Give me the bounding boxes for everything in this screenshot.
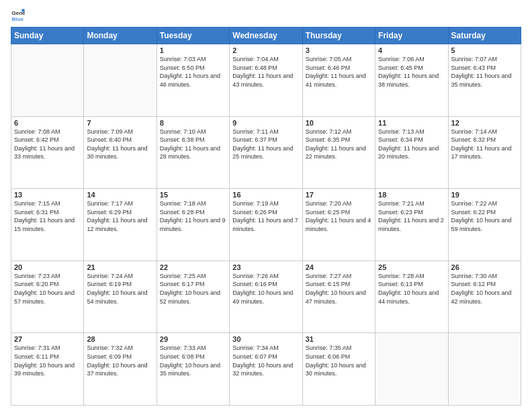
day-number: 18: [378, 191, 445, 199]
calendar-cell: [84, 44, 157, 117]
day-number: 22: [160, 263, 226, 271]
calendar-cell: 20Sunrise: 7:23 AMSunset: 6:20 PMDayligh…: [11, 261, 84, 333]
calendar-cell: 25Sunrise: 7:28 AMSunset: 6:13 PMDayligh…: [375, 261, 448, 333]
day-info: Sunrise: 7:32 AMSunset: 6:09 PMDaylight:…: [87, 344, 153, 377]
day-info: Sunrise: 7:26 AMSunset: 6:16 PMDaylight:…: [232, 272, 299, 306]
day-info: Sunrise: 7:07 AMSunset: 6:43 PMDaylight:…: [451, 55, 518, 89]
day-number: 21: [87, 263, 153, 271]
day-number: 19: [451, 191, 518, 199]
calendar-cell: 19Sunrise: 7:22 AMSunset: 6:22 PMDayligh…: [448, 189, 521, 261]
svg-text:Blue: Blue: [11, 16, 24, 22]
day-info: Sunrise: 7:18 AMSunset: 6:28 PMDaylight:…: [160, 199, 226, 233]
logo-icon: General Blue: [11, 8, 26, 23]
day-number: 25: [378, 263, 445, 271]
day-info: Sunrise: 7:33 AMSunset: 6:08 PMDaylight:…: [160, 344, 226, 377]
calendar-day-header: Friday: [375, 28, 448, 44]
day-number: 8: [160, 119, 226, 127]
day-info: Sunrise: 7:13 AMSunset: 6:34 PMDaylight:…: [378, 128, 445, 161]
day-number: 6: [14, 119, 81, 127]
calendar-day-header: Sunday: [11, 28, 84, 44]
day-number: 24: [306, 263, 372, 271]
day-number: 29: [160, 335, 226, 343]
day-info: Sunrise: 7:17 AMSunset: 6:29 PMDaylight:…: [87, 199, 153, 233]
day-number: 28: [87, 335, 153, 343]
day-number: 15: [160, 191, 226, 199]
calendar-day-header: Tuesday: [157, 28, 229, 44]
calendar-cell: 28Sunrise: 7:32 AMSunset: 6:09 PMDayligh…: [84, 333, 157, 406]
calendar-cell: 9Sunrise: 7:11 AMSunset: 6:37 PMDaylight…: [230, 116, 302, 189]
calendar-cell: 4Sunrise: 7:06 AMSunset: 6:45 PMDaylight…: [375, 44, 448, 117]
day-info: Sunrise: 7:35 AMSunset: 6:06 PMDaylight:…: [306, 344, 372, 377]
calendar-cell: 30Sunrise: 7:34 AMSunset: 6:07 PMDayligh…: [230, 333, 302, 406]
day-info: Sunrise: 7:27 AMSunset: 6:15 PMDaylight:…: [306, 272, 372, 306]
day-info: Sunrise: 7:15 AMSunset: 6:31 PMDaylight:…: [14, 199, 81, 233]
calendar-cell: [375, 333, 448, 406]
day-number: 27: [14, 335, 81, 343]
calendar-cell: 6Sunrise: 7:08 AMSunset: 6:42 PMDaylight…: [11, 116, 84, 189]
calendar-day-header: Monday: [84, 28, 157, 44]
calendar-cell: 13Sunrise: 7:15 AMSunset: 6:31 PMDayligh…: [11, 189, 84, 261]
day-info: Sunrise: 7:34 AMSunset: 6:07 PMDaylight:…: [232, 344, 299, 377]
day-number: 7: [87, 119, 153, 127]
calendar-header-row: SundayMondayTuesdayWednesdayThursdayFrid…: [11, 28, 521, 44]
day-number: 2: [232, 46, 299, 54]
day-info: Sunrise: 7:21 AMSunset: 6:23 PMDaylight:…: [378, 199, 445, 233]
calendar-cell: 27Sunrise: 7:31 AMSunset: 6:11 PMDayligh…: [11, 333, 84, 406]
calendar-cell: 31Sunrise: 7:35 AMSunset: 6:06 PMDayligh…: [302, 333, 375, 406]
calendar-cell: 1Sunrise: 7:03 AMSunset: 6:50 PMDaylight…: [157, 44, 229, 117]
calendar-cell: 15Sunrise: 7:18 AMSunset: 6:28 PMDayligh…: [157, 189, 229, 261]
day-info: Sunrise: 7:11 AMSunset: 6:37 PMDaylight:…: [232, 128, 299, 161]
calendar-cell: 26Sunrise: 7:30 AMSunset: 6:12 PMDayligh…: [448, 261, 521, 333]
day-number: 26: [451, 263, 518, 271]
day-number: 9: [232, 119, 299, 127]
day-number: 23: [232, 263, 299, 271]
day-info: Sunrise: 7:10 AMSunset: 6:38 PMDaylight:…: [160, 128, 226, 161]
day-number: 16: [232, 191, 299, 199]
day-info: Sunrise: 7:14 AMSunset: 6:32 PMDaylight:…: [451, 128, 518, 161]
day-info: Sunrise: 7:23 AMSunset: 6:20 PMDaylight:…: [14, 272, 81, 306]
day-number: 17: [306, 191, 372, 199]
day-info: Sunrise: 7:22 AMSunset: 6:22 PMDaylight:…: [451, 199, 518, 233]
calendar-cell: 16Sunrise: 7:19 AMSunset: 6:26 PMDayligh…: [230, 189, 302, 261]
day-info: Sunrise: 7:19 AMSunset: 6:26 PMDaylight:…: [232, 199, 299, 233]
calendar-cell: 24Sunrise: 7:27 AMSunset: 6:15 PMDayligh…: [302, 261, 375, 333]
day-info: Sunrise: 7:12 AMSunset: 6:35 PMDaylight:…: [306, 128, 372, 161]
day-info: Sunrise: 7:25 AMSunset: 6:17 PMDaylight:…: [160, 272, 226, 306]
calendar-day-header: Saturday: [448, 28, 521, 44]
day-info: Sunrise: 7:28 AMSunset: 6:13 PMDaylight:…: [378, 272, 445, 306]
calendar-cell: 12Sunrise: 7:14 AMSunset: 6:32 PMDayligh…: [448, 116, 521, 189]
calendar-cell: 10Sunrise: 7:12 AMSunset: 6:35 PMDayligh…: [302, 116, 375, 189]
day-number: 4: [378, 46, 445, 54]
day-info: Sunrise: 7:09 AMSunset: 6:40 PMDaylight:…: [87, 128, 153, 161]
day-number: 11: [378, 119, 445, 127]
day-info: Sunrise: 7:30 AMSunset: 6:12 PMDaylight:…: [451, 272, 518, 306]
day-number: 10: [306, 119, 372, 127]
day-info: Sunrise: 7:20 AMSunset: 6:25 PMDaylight:…: [306, 199, 372, 233]
calendar-cell: 22Sunrise: 7:25 AMSunset: 6:17 PMDayligh…: [157, 261, 229, 333]
day-number: 13: [14, 191, 81, 199]
header: General Blue: [11, 8, 521, 23]
day-info: Sunrise: 7:04 AMSunset: 6:48 PMDaylight:…: [232, 55, 299, 89]
day-number: 1: [160, 46, 226, 54]
day-number: 14: [87, 191, 153, 199]
calendar-cell: 3Sunrise: 7:05 AMSunset: 6:46 PMDaylight…: [302, 44, 375, 117]
calendar-week-row: 13Sunrise: 7:15 AMSunset: 6:31 PMDayligh…: [11, 189, 521, 261]
day-number: 20: [14, 263, 81, 271]
day-info: Sunrise: 7:05 AMSunset: 6:46 PMDaylight:…: [306, 55, 372, 89]
day-info: Sunrise: 7:08 AMSunset: 6:42 PMDaylight:…: [14, 128, 81, 161]
calendar-cell: 7Sunrise: 7:09 AMSunset: 6:40 PMDaylight…: [84, 116, 157, 189]
day-number: 30: [232, 335, 299, 343]
calendar-table: SundayMondayTuesdayWednesdayThursdayFrid…: [11, 27, 521, 406]
calendar-cell: 21Sunrise: 7:24 AMSunset: 6:19 PMDayligh…: [84, 261, 157, 333]
calendar-cell: 17Sunrise: 7:20 AMSunset: 6:25 PMDayligh…: [302, 189, 375, 261]
calendar-day-header: Wednesday: [230, 28, 302, 44]
calendar-cell: [448, 333, 521, 406]
day-info: Sunrise: 7:06 AMSunset: 6:45 PMDaylight:…: [378, 55, 445, 89]
calendar-day-header: Thursday: [302, 28, 375, 44]
day-number: 12: [451, 119, 518, 127]
calendar-cell: 14Sunrise: 7:17 AMSunset: 6:29 PMDayligh…: [84, 189, 157, 261]
calendar-cell: 11Sunrise: 7:13 AMSunset: 6:34 PMDayligh…: [375, 116, 448, 189]
calendar-week-row: 6Sunrise: 7:08 AMSunset: 6:42 PMDaylight…: [11, 116, 521, 189]
day-number: 5: [451, 46, 518, 54]
day-info: Sunrise: 7:31 AMSunset: 6:11 PMDaylight:…: [14, 344, 81, 377]
